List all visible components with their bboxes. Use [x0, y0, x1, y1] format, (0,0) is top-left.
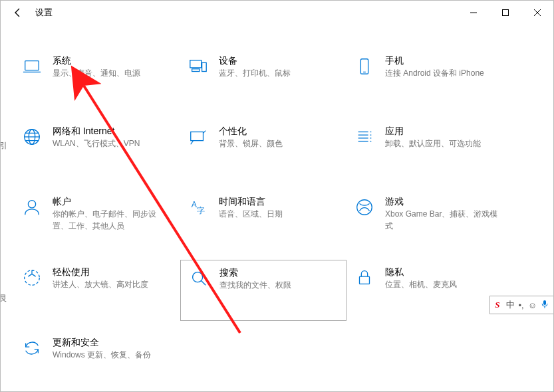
minimize-button[interactable]: [458, 1, 489, 25]
tile-title: 游戏: [385, 195, 498, 208]
tile-devices[interactable]: 设备 蓝牙、打印机、鼠标: [180, 49, 346, 110]
tile-time-language[interactable]: A字 时间和语言 语音、区域、日期: [180, 189, 346, 250]
maximize-button[interactable]: [489, 1, 521, 25]
tile-title: 隐私: [385, 265, 457, 278]
ime-logo-icon: S: [495, 300, 499, 310]
svg-rect-8: [202, 62, 207, 71]
tile-title: 个性化: [219, 124, 283, 138]
svg-rect-32: [360, 276, 370, 284]
svg-rect-1: [503, 10, 509, 16]
ime-lang[interactable]: 中: [506, 299, 515, 311]
tile-accounts[interactable]: 帐户 你的帐户、电子邮件、同步设置、工作、其他人员: [14, 189, 180, 250]
tile-desc: 背景、锁屏、颜色: [219, 138, 283, 149]
svg-rect-6: [190, 60, 202, 68]
tile-title: 搜索: [219, 266, 291, 279]
apps-icon: [352, 124, 377, 149]
tile-system[interactable]: 系统 显示、声音、通知、电源: [14, 49, 180, 110]
paint-icon: [186, 124, 211, 149]
tile-title: 时间和语言: [219, 195, 283, 208]
titlebar: 设置: [1, 1, 553, 25]
svg-point-28: [357, 200, 372, 215]
person-icon: [19, 195, 45, 220]
tile-desc: Windows 更新、恢复、备份: [53, 349, 151, 361]
svg-point-30: [193, 272, 203, 282]
svg-rect-16: [191, 132, 204, 141]
tile-desc: 讲述人、放大镜、高对比度: [53, 278, 148, 290]
tile-desc: 显示、声音、通知、电源: [53, 67, 140, 79]
tile-desc: 蓝牙、打印机、鼠标: [219, 67, 291, 79]
svg-text:字: 字: [197, 206, 205, 215]
tile-search[interactable]: 搜索 查找我的文件、权限: [180, 260, 346, 321]
svg-rect-7: [192, 69, 200, 72]
close-button[interactable]: [521, 1, 553, 25]
tile-title: 应用: [385, 124, 481, 138]
tile-desc: Xbox Game Bar、捕获、游戏模式: [385, 208, 498, 232]
laptop-icon: [19, 54, 45, 79]
tile-apps[interactable]: 应用 卸载、默认应用、可选功能: [346, 119, 513, 180]
ime-punct[interactable]: •,: [519, 300, 524, 310]
devices-icon: [186, 54, 211, 79]
tile-desc: 语音、区域、日期: [219, 208, 283, 220]
svg-rect-34: [543, 300, 546, 305]
tile-network[interactable]: 网络和 Internet WLAN、飞行模式、VPN: [14, 119, 180, 180]
svg-line-31: [202, 281, 206, 286]
tile-desc: 查找我的文件、权限: [219, 279, 291, 291]
tile-title: 更新和安全: [53, 336, 151, 349]
settings-window: 设置 系统 显示、声音、通知、电源: [0, 0, 554, 392]
ime-status-bar[interactable]: S 中 •, ☺: [489, 296, 553, 314]
tile-desc: 连接 Android 设备和 iPhone: [385, 67, 484, 79]
back-button[interactable]: [5, 1, 31, 25]
phone-icon: [352, 54, 377, 79]
accessibility-icon: [19, 265, 45, 290]
ime-face-icon[interactable]: ☺: [528, 300, 537, 310]
svg-point-25: [28, 201, 35, 208]
categories-grid: 系统 显示、声音、通知、电源 设备 蓝牙、打印机、鼠标 手机: [1, 43, 553, 391]
tile-title: 网络和 Internet: [53, 124, 140, 138]
xbox-icon: [352, 195, 377, 220]
sync-icon: [19, 336, 45, 361]
tile-title: 设备: [219, 54, 291, 67]
tile-ease-of-access[interactable]: 轻松使用 讲述人、放大镜、高对比度: [14, 260, 180, 321]
language-icon: A字: [186, 195, 211, 220]
tile-title: 轻松使用: [53, 265, 148, 278]
lock-icon: [352, 265, 377, 290]
tile-title: 手机: [385, 54, 484, 67]
search-icon: [186, 266, 211, 291]
tile-desc: 卸载、默认应用、可选功能: [385, 138, 481, 149]
tile-title: 系统: [53, 54, 140, 67]
tile-personalization[interactable]: 个性化 背景、锁屏、颜色: [180, 119, 346, 180]
tile-gaming[interactable]: 游戏 Xbox Game Bar、捕获、游戏模式: [346, 189, 513, 250]
tile-desc: 位置、相机、麦克风: [385, 278, 457, 290]
tile-privacy[interactable]: 隐私 位置、相机、麦克风: [346, 260, 513, 321]
tile-phone[interactable]: 手机 连接 Android 设备和 iPhone: [346, 49, 513, 110]
window-title: 设置: [31, 7, 53, 19]
microphone-icon[interactable]: [541, 300, 549, 311]
globe-icon: [19, 124, 45, 149]
tile-title: 帐户: [53, 195, 166, 208]
svg-rect-4: [25, 61, 39, 70]
tile-desc: WLAN、飞行模式、VPN: [53, 138, 140, 149]
tile-desc: 你的帐户、电子邮件、同步设置、工作、其他人员: [53, 208, 166, 232]
tile-update-security[interactable]: 更新和安全 Windows 更新、恢复、备份: [14, 330, 180, 391]
